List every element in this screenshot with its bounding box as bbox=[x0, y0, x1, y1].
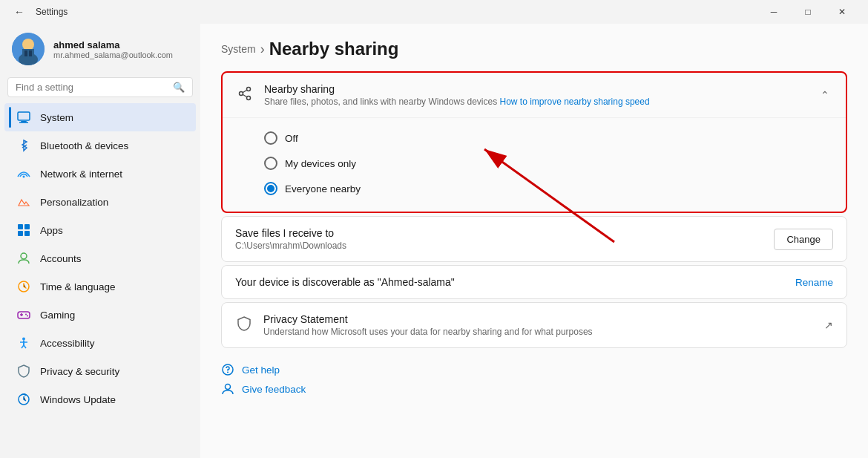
nav-network-label: Network & internet bbox=[40, 169, 122, 180]
svg-point-36 bbox=[226, 385, 231, 390]
radio-off-label: Off bbox=[285, 133, 298, 144]
svg-point-20 bbox=[27, 315, 28, 317]
maximize-button[interactable]: □ bbox=[791, 0, 825, 24]
external-link-icon: ↗ bbox=[824, 319, 833, 331]
footer-links: Get help Give feedback bbox=[221, 351, 847, 408]
give-feedback-link[interactable]: Give feedback bbox=[221, 382, 847, 396]
nearby-sharing-collapse-button[interactable]: ⌃ bbox=[818, 86, 832, 104]
svg-rect-13 bbox=[24, 231, 30, 236]
svg-point-1 bbox=[22, 39, 34, 50]
gaming-icon bbox=[16, 307, 31, 322]
breadcrumb-parent: System bbox=[221, 43, 256, 55]
nav-accessibility-label: Accessibility bbox=[40, 338, 95, 349]
nav-time-label: Time & language bbox=[40, 281, 116, 292]
close-button[interactable]: ✕ bbox=[825, 0, 859, 24]
svg-point-9 bbox=[23, 176, 25, 178]
nav-gaming-label: Gaming bbox=[40, 310, 75, 321]
svg-line-25 bbox=[24, 345, 26, 348]
user-name: ahmed salama bbox=[53, 39, 188, 50]
nav-update[interactable]: Windows Update bbox=[4, 385, 196, 413]
radio-my-devices-input[interactable] bbox=[264, 157, 277, 170]
minimize-button[interactable]: ─ bbox=[757, 0, 791, 24]
nearby-sharing-row-left: Nearby sharing Share files, photos, and … bbox=[236, 83, 650, 107]
svg-rect-3 bbox=[22, 49, 34, 56]
search-icon: 🔍 bbox=[173, 82, 185, 93]
accounts-icon bbox=[16, 251, 31, 266]
privacy-icon bbox=[16, 364, 31, 379]
breadcrumb: System › Nearby sharing bbox=[221, 39, 847, 59]
svg-point-21 bbox=[22, 338, 25, 341]
radio-off[interactable]: Off bbox=[264, 125, 832, 151]
svg-point-28 bbox=[247, 96, 251, 100]
title-bar-title: Settings bbox=[36, 7, 68, 17]
nav-apps[interactable]: Apps bbox=[4, 216, 196, 244]
nav-apps-label: Apps bbox=[40, 225, 63, 236]
nav-system[interactable]: System bbox=[4, 103, 196, 131]
update-icon bbox=[16, 392, 31, 407]
system-icon bbox=[16, 110, 31, 125]
svg-rect-6 bbox=[18, 112, 30, 120]
nav-privacy[interactable]: Privacy & security bbox=[4, 357, 196, 385]
nav-accounts[interactable]: Accounts bbox=[4, 244, 196, 272]
privacy-statement-card: Privacy Statement Understand how Microso… bbox=[221, 302, 847, 348]
radio-group: Off My devices only Everyone nearby bbox=[223, 118, 846, 212]
svg-rect-4 bbox=[24, 50, 27, 56]
sidebar: ahmed salama mr.ahmed_salama@outlook.com… bbox=[0, 24, 200, 458]
save-files-card: Save files I receive to C:\Users\mrahm\D… bbox=[221, 216, 847, 262]
nearby-sharing-section: Nearby sharing Share files, photos, and … bbox=[221, 71, 847, 213]
svg-point-29 bbox=[240, 92, 243, 96]
save-files-change-button[interactable]: Change bbox=[774, 229, 833, 250]
device-name-row: Your device is discoverable as "Ahmed-sa… bbox=[222, 266, 846, 298]
privacy-subtitle: Understand how Microsoft uses your data … bbox=[263, 327, 593, 337]
nav-system-label: System bbox=[40, 112, 73, 123]
title-bar: ← Settings ─ □ ✕ bbox=[0, 0, 868, 24]
nav-time[interactable]: Time & language bbox=[4, 272, 196, 301]
device-name-text: Your device is discoverable as "Ahmed-sa… bbox=[235, 276, 455, 288]
get-help-link[interactable]: Get help bbox=[221, 363, 847, 376]
save-files-title: Save files I receive to bbox=[235, 227, 346, 239]
radio-everyone[interactable]: Everyone nearby bbox=[264, 176, 832, 201]
radio-everyone-label: Everyone nearby bbox=[285, 183, 361, 194]
nav-personalization-label: Personalization bbox=[40, 197, 108, 208]
svg-rect-10 bbox=[18, 224, 23, 229]
svg-point-14 bbox=[21, 253, 27, 259]
get-help-label: Get help bbox=[242, 364, 280, 376]
svg-rect-5 bbox=[29, 50, 32, 56]
nav-privacy-label: Privacy & security bbox=[40, 366, 119, 377]
nearby-sharing-title: Nearby sharing bbox=[264, 83, 650, 95]
nav-bluetooth[interactable]: Bluetooth & devices bbox=[4, 131, 196, 160]
svg-point-27 bbox=[247, 88, 251, 91]
rename-link[interactable]: Rename bbox=[795, 277, 833, 288]
network-icon bbox=[16, 166, 31, 181]
personalization-icon bbox=[16, 194, 31, 209]
nav-accounts-label: Accounts bbox=[40, 253, 82, 264]
search-box[interactable]: 🔍 bbox=[7, 77, 193, 97]
time-icon bbox=[16, 279, 31, 294]
svg-rect-16 bbox=[18, 312, 30, 318]
title-bar-left: ← Settings bbox=[9, 1, 68, 22]
radio-off-input[interactable] bbox=[264, 131, 277, 145]
search-input[interactable] bbox=[16, 82, 168, 93]
nav-accessibility[interactable]: Accessibility bbox=[4, 329, 196, 357]
privacy-statement-icon bbox=[235, 315, 253, 333]
back-button[interactable]: ← bbox=[9, 1, 30, 22]
user-profile[interactable]: ahmed salama mr.ahmed_salama@outlook.com bbox=[0, 24, 200, 77]
radio-everyone-input[interactable] bbox=[264, 182, 277, 195]
nearby-sharing-header-row: Nearby sharing Share files, photos, and … bbox=[223, 73, 846, 118]
radio-my-devices-label: My devices only bbox=[285, 158, 356, 169]
nearby-sharing-link[interactable]: How to improve nearby sharing speed bbox=[500, 96, 650, 107]
nearby-sharing-info: Nearby sharing Share files, photos, and … bbox=[264, 83, 650, 107]
nav-network[interactable]: Network & internet bbox=[4, 160, 196, 188]
page-title: Nearby sharing bbox=[269, 39, 399, 59]
privacy-row-left: Privacy Statement Understand how Microso… bbox=[235, 313, 593, 337]
device-name-card: Your device is discoverable as "Ahmed-sa… bbox=[221, 265, 847, 299]
title-bar-controls: ─ □ ✕ bbox=[757, 0, 859, 24]
privacy-info: Privacy Statement Understand how Microso… bbox=[263, 313, 593, 337]
user-email: mr.ahmed_salama@outlook.com bbox=[53, 50, 188, 59]
feedback-icon bbox=[221, 382, 234, 396]
nav-gaming[interactable]: Gaming bbox=[4, 301, 196, 329]
svg-rect-11 bbox=[24, 224, 30, 229]
nav-personalization[interactable]: Personalization bbox=[4, 188, 196, 216]
radio-my-devices[interactable]: My devices only bbox=[264, 151, 832, 176]
svg-point-35 bbox=[227, 372, 228, 373]
